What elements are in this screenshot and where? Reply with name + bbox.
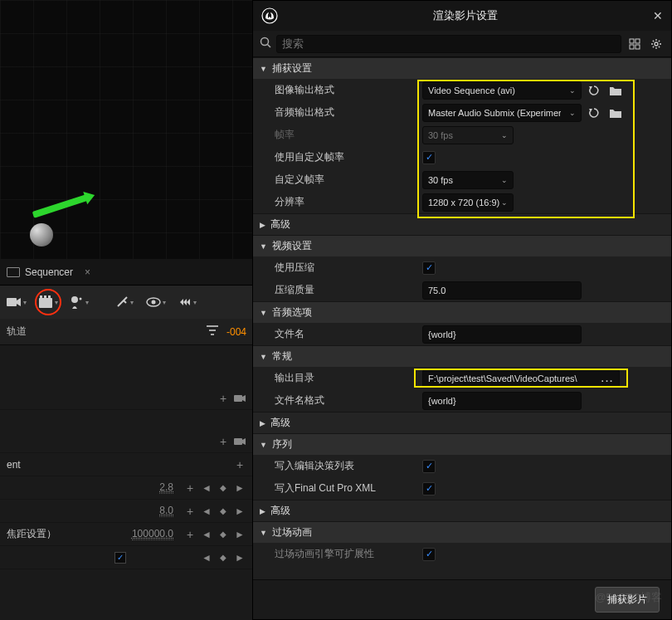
prop-use-compression: 使用压缩 ✓ [253,256,671,279]
section-label: 序列 [272,437,292,452]
camera-small-icon[interactable] [233,435,246,448]
section-advanced-3[interactable]: ▶ 高级 [253,500,671,521]
filter-icon[interactable] [207,325,218,338]
plus-icon[interactable]: + [183,505,197,518]
section-advanced-2[interactable]: ▶ 高级 [253,412,671,433]
prev-key-icon[interactable]: ◄ [200,505,213,518]
section-capture[interactable]: ▼ 捕获设置 [253,57,671,79]
section-label: 高级 [270,504,290,518]
close-icon[interactable]: × [85,266,90,278]
close-icon[interactable]: ✕ [653,9,663,22]
section-general[interactable]: ▼ 常规 [253,345,671,367]
director-button[interactable]: ▾ [70,292,90,312]
prop-label: 写入Final Cut Pro XML [275,481,416,496]
reset-icon[interactable] [585,104,603,122]
track-row-check[interactable]: ✓ ◄ ◆ ► [0,546,253,569]
compression-quality-field[interactable]: 75.0 [422,281,582,300]
grid-view-icon[interactable] [626,36,643,52]
browse-button[interactable]: ... [601,373,614,383]
chevron-down-icon: ▼ [260,441,267,449]
svg-point-17 [262,8,277,23]
prev-key-icon[interactable]: ◄ [200,528,213,541]
field-value: {world} [428,330,456,339]
resolution-dropdown[interactable]: 1280 x 720 (16:9) ⌄ [422,193,514,212]
add-key-icon[interactable]: ◆ [217,505,230,518]
camera-record-button[interactable]: ▾ [7,292,27,312]
prev-key-icon[interactable]: ◄ [200,551,213,564]
plus-icon[interactable]: + [233,458,246,471]
output-dir-field[interactable]: F:\project\test\Saved\VideoCaptures\ ... [422,369,620,388]
add-key-icon[interactable]: ◆ [217,551,230,564]
browse-folder-icon[interactable] [606,104,625,122]
write-fcp-checkbox[interactable]: ✓ [422,482,436,496]
settings-gear-icon[interactable] [648,36,665,52]
prop-filename-audio: 文件名 {world} [253,323,671,345]
track-label: ent [7,459,21,471]
section-label: 过场动画 [272,525,312,539]
cinematic-ext-checkbox[interactable]: ✓ [422,548,436,561]
filename-audio-field[interactable]: {world} [422,325,582,344]
track-value[interactable]: 2.8 [159,481,173,494]
track-row-ent[interactable]: ent + [0,453,253,476]
svg-rect-23 [635,45,640,49]
render-movie-button[interactable]: ▾ [38,292,58,312]
prop-label: 帧率 [275,128,416,142]
section-cinematic[interactable]: ▼ 过场动画 [253,521,671,543]
track-checkbox[interactable]: ✓ [114,552,126,564]
prop-framerate: 帧率 30 fps ⌄ [253,124,671,146]
next-key-icon[interactable]: ► [233,528,246,541]
add-key-icon[interactable]: ◆ [217,528,230,541]
browse-folder-icon[interactable] [606,81,625,100]
prop-label: 图像输出格式 [275,83,416,97]
current-time-value[interactable]: -004 [226,326,246,338]
track-row-focus[interactable]: 焦距设置） 100000.0 + ◄ ◆ ► [0,523,253,546]
section-audio[interactable]: ▼ 音频选项 [253,301,671,323]
next-key-icon[interactable]: ► [233,481,246,495]
viewport-3d[interactable] [0,0,252,259]
track-row[interactable]: + [0,430,253,453]
section-sequence[interactable]: ▼ 序列 [253,433,671,455]
use-custom-rate-checkbox[interactable]: ✓ [422,151,436,164]
write-edl-checkbox[interactable]: ✓ [422,460,436,473]
plus-icon[interactable]: + [183,528,197,541]
track-row-aperture[interactable]: 2.8 + ◄ ◆ ► [0,476,253,500]
view-button[interactable]: ▾ [146,292,166,312]
prev-key-icon[interactable]: ◄ [200,481,213,495]
prop-write-edl: 写入编辑决策列表 ✓ [253,455,671,477]
track-row-focal[interactable]: 8.0 + ◄ ◆ ► [0,500,253,523]
use-compression-checkbox[interactable]: ✓ [422,261,436,275]
search-input[interactable] [276,35,621,53]
chevron-down-icon: ▼ [260,242,267,251]
settings-content: ▼ 捕获设置 图像输出格式 Video Sequence (avi) ⌄ 音频输… [253,57,671,579]
section-advanced-1[interactable]: ▶ 高级 [253,213,671,235]
audio-format-dropdown[interactable]: Master Audio Submix (Experimer ⌄ [422,104,582,122]
track-value[interactable]: 8.0 [159,505,173,517]
prop-label: 压缩质量 [275,283,416,297]
camera-small-icon[interactable] [233,392,246,405]
sequencer-tab[interactable]: Sequencer × [0,259,253,286]
track-row[interactable]: + [0,387,253,410]
filename-format-field[interactable]: {world} [422,392,582,410]
section-video[interactable]: ▼ 视频设置 [253,235,671,256]
plus-icon[interactable]: + [183,481,197,495]
actions-button[interactable]: ▾ [114,292,134,312]
track-value[interactable]: 100000.0 [132,528,173,540]
svg-rect-21 [635,39,640,43]
next-key-icon[interactable]: ► [233,505,246,518]
custom-rate-dropdown[interactable]: 30 fps ⌄ [422,171,514,189]
prop-label: 使用自定义帧率 [275,150,416,164]
section-label: 捕获设置 [272,61,312,76]
prop-audio-format: 音频输出格式 Master Audio Submix (Experimer ⌄ [253,101,671,124]
prop-label: 写入编辑决策列表 [275,459,416,473]
next-key-icon[interactable]: ► [233,551,246,564]
playback-button[interactable]: ▾ [178,292,197,312]
svg-marker-1 [17,298,21,306]
image-format-dropdown[interactable]: Video Sequence (avi) ⌄ [422,81,582,100]
plus-icon[interactable]: + [217,435,230,448]
capture-movie-button[interactable]: 捕获影片 [595,587,660,613]
plus-icon[interactable]: + [217,392,230,405]
reset-icon[interactable] [585,81,603,100]
add-key-icon[interactable]: ◆ [217,481,230,495]
prop-cinematic-ext: 过场动画引擎可扩展性 ✓ [253,543,671,565]
render-settings-panel: 渲染影片设置 ✕ ▼ 捕获设置 图像输出格式 Video Sequence ( [252,0,672,620]
